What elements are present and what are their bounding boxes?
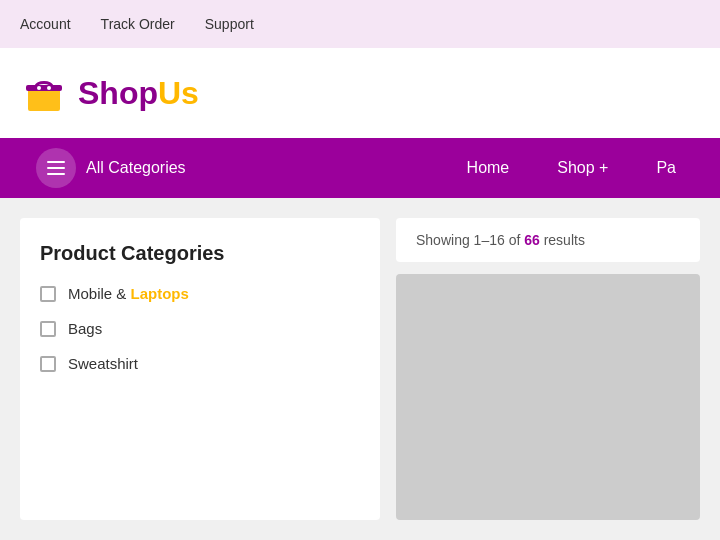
- nav-pages-link[interactable]: Pa: [632, 138, 700, 198]
- category-item-sweatshirt[interactable]: Sweatshirt: [40, 355, 360, 372]
- hamburger-icon: [47, 161, 65, 175]
- categories-button[interactable]: All Categories: [20, 148, 202, 188]
- svg-point-2: [37, 86, 41, 90]
- logo[interactable]: ShopUs: [20, 69, 199, 117]
- product-grid-placeholder: [396, 274, 700, 520]
- nav-home-link[interactable]: Home: [443, 138, 534, 198]
- product-categories-sidebar: Product Categories Mobile & Laptops Bags…: [20, 218, 380, 520]
- category-label-mobile-laptops: Mobile & Laptops: [68, 285, 189, 302]
- category-checkbox-sweatshirt[interactable]: [40, 356, 56, 372]
- category-checkbox-mobile-laptops[interactable]: [40, 286, 56, 302]
- category-label-sweatshirt: Sweatshirt: [68, 355, 138, 372]
- results-header: Showing 1–16 of 66 results: [396, 218, 700, 262]
- sidebar-title: Product Categories: [40, 242, 360, 265]
- results-count: 66: [524, 232, 540, 248]
- svg-rect-1: [26, 85, 62, 91]
- support-link[interactable]: Support: [205, 16, 254, 32]
- category-label-highlight: Laptops: [131, 285, 189, 302]
- nav-bar: All Categories Home Shop + Pa: [0, 138, 720, 198]
- category-item-mobile-laptops[interactable]: Mobile & Laptops: [40, 285, 360, 302]
- svg-point-3: [47, 86, 51, 90]
- category-item-bags[interactable]: Bags: [40, 320, 360, 337]
- track-order-link[interactable]: Track Order: [101, 16, 175, 32]
- logo-shop-text: Shop: [78, 75, 158, 111]
- categories-label: All Categories: [86, 159, 186, 177]
- results-area: Showing 1–16 of 66 results: [396, 218, 700, 520]
- logo-area: ShopUs: [0, 48, 720, 138]
- results-suffix: results: [540, 232, 585, 248]
- hamburger-line-1: [47, 161, 65, 163]
- hamburger-line-2: [47, 167, 65, 169]
- account-link[interactable]: Account: [20, 16, 71, 32]
- nav-links: Home Shop + Pa: [443, 138, 700, 198]
- logo-text: ShopUs: [78, 75, 199, 112]
- category-checkbox-bags[interactable]: [40, 321, 56, 337]
- category-label-bags: Bags: [68, 320, 102, 337]
- hamburger-circle: [36, 148, 76, 188]
- category-label-text: Mobile &: [68, 285, 131, 302]
- hamburger-line-3: [47, 173, 65, 175]
- top-bar: Account Track Order Support: [0, 0, 720, 48]
- results-text: Showing 1–16 of: [416, 232, 524, 248]
- nav-shop-link[interactable]: Shop +: [533, 138, 632, 198]
- main-content: Product Categories Mobile & Laptops Bags…: [0, 198, 720, 540]
- logo-us-text: Us: [158, 75, 199, 111]
- shopus-logo-icon: [20, 69, 68, 117]
